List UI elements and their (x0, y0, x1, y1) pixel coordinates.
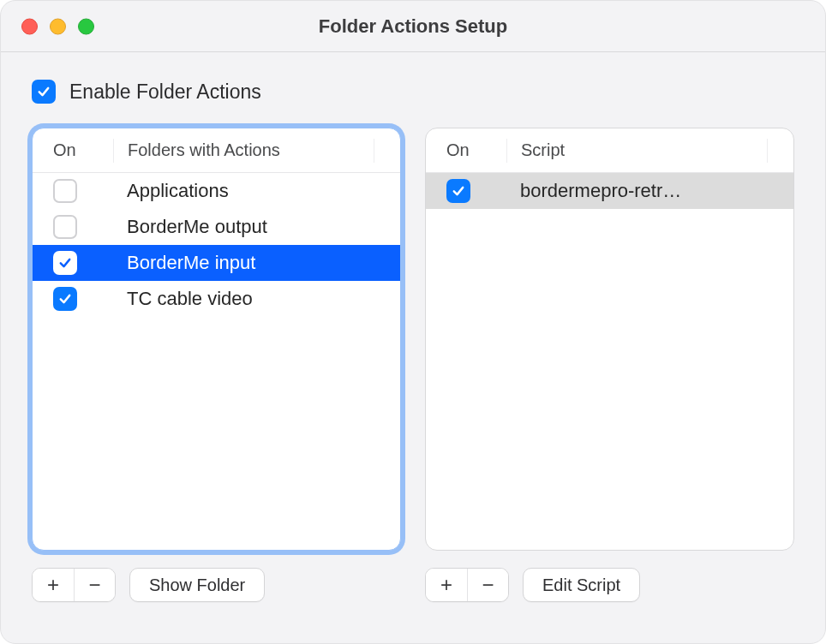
titlebar: Folder Actions Setup (1, 1, 825, 52)
show-folder-button[interactable]: Show Folder (129, 568, 265, 602)
folders-table-header: On Folders with Actions (33, 128, 400, 173)
panes: On Folders with Actions ApplicationsBord… (32, 128, 794, 602)
scripts-col-on: On (426, 140, 506, 160)
folders-table[interactable]: On Folders with Actions ApplicationsBord… (32, 128, 401, 551)
window-body: Enable Folder Actions On Folders with Ac… (1, 52, 825, 626)
edit-script-button[interactable]: Edit Script (523, 568, 640, 602)
window-title: Folder Actions Setup (1, 15, 825, 38)
enable-folder-actions-row: Enable Folder Actions (32, 80, 794, 104)
folder-name-cell: BorderMe input (113, 252, 400, 274)
folder-on-checkbox[interactable] (53, 179, 77, 203)
folder-name-cell: Applications (113, 180, 400, 202)
minus-icon: − (482, 573, 494, 597)
scripts-table-header: On Script (426, 128, 793, 173)
scripts-table[interactable]: On Script bordermepro-retr… (425, 128, 794, 551)
folders-footer: + − Show Folder (32, 568, 401, 602)
table-row[interactable]: Applications (33, 173, 400, 209)
table-row[interactable]: bordermepro-retr… (426, 173, 793, 209)
column-separator (767, 139, 768, 163)
table-row[interactable]: TC cable video (33, 281, 400, 317)
add-script-button[interactable]: + (426, 569, 467, 601)
scripts-pane: On Script bordermepro-retr… + − (425, 128, 794, 602)
folders-add-remove-segment: + − (32, 568, 116, 602)
remove-folder-button[interactable]: − (74, 569, 115, 601)
zoom-window-button[interactable] (78, 18, 94, 34)
folders-col-on: On (33, 140, 113, 160)
folders-pane: On Folders with Actions ApplicationsBord… (32, 128, 401, 602)
close-window-button[interactable] (21, 18, 38, 34)
scripts-table-body: bordermepro-retr… (426, 173, 793, 550)
script-name-cell: bordermepro-retr… (506, 180, 793, 202)
minimize-window-button[interactable] (50, 18, 66, 34)
scripts-col-name: Script (507, 140, 565, 160)
remove-script-button[interactable]: − (467, 569, 508, 601)
folder-on-checkbox[interactable] (53, 287, 77, 311)
traffic-lights (21, 18, 94, 34)
enable-folder-actions-checkbox[interactable] (32, 80, 56, 104)
add-folder-button[interactable]: + (33, 569, 74, 601)
minus-icon: − (88, 573, 100, 597)
scripts-add-remove-segment: + − (425, 568, 509, 602)
table-row[interactable]: BorderMe output (33, 209, 400, 245)
folders-col-name: Folders with Actions (114, 140, 280, 160)
folders-table-body: ApplicationsBorderMe outputBorderMe inpu… (33, 173, 400, 550)
window: Folder Actions Setup Enable Folder Actio… (0, 0, 826, 644)
enable-folder-actions-label: Enable Folder Actions (69, 80, 261, 104)
column-separator (374, 139, 374, 163)
folder-on-checkbox[interactable] (53, 215, 77, 239)
folder-name-cell: BorderMe output (113, 216, 400, 238)
table-row[interactable]: BorderMe input (33, 245, 400, 281)
folder-on-checkbox[interactable] (53, 251, 77, 275)
folder-name-cell: TC cable video (113, 288, 400, 310)
plus-icon: + (47, 573, 59, 597)
script-on-checkbox[interactable] (446, 179, 470, 203)
plus-icon: + (440, 573, 452, 597)
scripts-footer: + − Edit Script (425, 568, 794, 602)
